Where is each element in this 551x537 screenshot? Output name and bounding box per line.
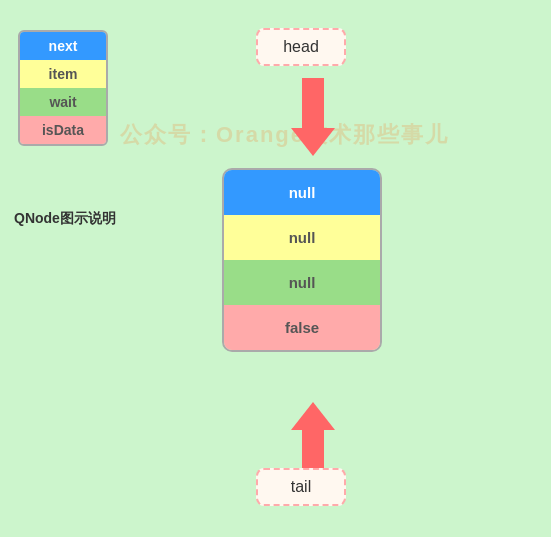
arrow-head-up (291, 402, 335, 430)
arrow-head-down (291, 128, 335, 156)
qnode-block: null null null false (222, 168, 382, 352)
qnode-next-row: null (224, 170, 380, 215)
qnode-item-row: null (224, 215, 380, 260)
arrow-down (291, 78, 335, 156)
tail-label: tail (256, 468, 346, 506)
legend-description: QNode图示说明 (14, 210, 116, 228)
legend-item-row: item (20, 60, 106, 88)
qnode-wait-row: null (224, 260, 380, 305)
legend-next-row: next (20, 32, 106, 60)
legend-wait-row: wait (20, 88, 106, 116)
legend-box: next item wait isData (18, 30, 108, 146)
head-label: head (256, 28, 346, 66)
qnode-isdata-row: false (224, 305, 380, 350)
legend-isdata-row: isData (20, 116, 106, 144)
watermark: 公众号：Orange技术那些事儿 (120, 120, 449, 150)
arrow-shaft-down (302, 78, 324, 128)
